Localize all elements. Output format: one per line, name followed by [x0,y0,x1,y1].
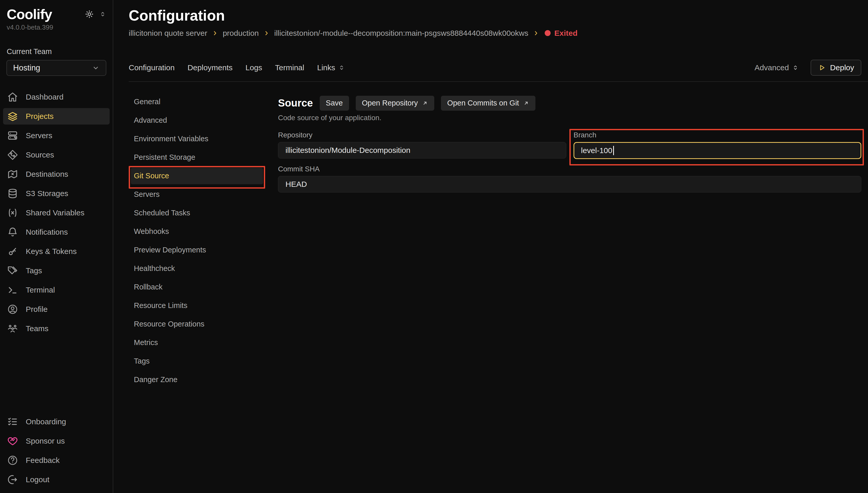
subnav-item-tags[interactable]: Tags [131,353,263,369]
chevron-right-icon [263,30,270,36]
app-logo: Coolify [7,7,52,22]
sidebar-item-logout[interactable]: Logout [3,471,110,488]
configuration-subnav: General Advanced Environment Variables P… [129,94,265,493]
current-team-label: Current Team [7,47,106,56]
sidebar-item-label: Dashboard [26,93,64,101]
breadcrumb-application[interactable]: illicitestonion/-module--decomposition:m… [274,29,528,38]
tab-bar: Configuration Deployments Logs Terminal … [129,60,861,76]
heart-hand-icon [7,436,18,446]
commit-sha-input[interactable] [278,176,861,192]
map-icon [7,169,18,179]
subnav-item-danger-zone[interactable]: Danger Zone [131,371,263,388]
sidebar-item-teams[interactable]: Teams [3,320,110,337]
tab-logs[interactable]: Logs [246,63,262,72]
git-source-panel: Source Save Open Repository Open Commits… [278,94,861,493]
breadcrumb-project[interactable]: illicitonion quote server [129,29,207,38]
open-repository-button[interactable]: Open Repository [356,96,435,111]
subnav-item-advanced[interactable]: Advanced [131,112,263,129]
help-circle-icon [7,455,18,466]
sun-icon[interactable] [85,10,94,19]
sidebar-item-terminal[interactable]: Terminal [3,282,110,298]
commit-sha-label: Commit SHA [278,165,861,173]
status-badge: Exited [545,29,577,38]
subnav-item-git-source[interactable]: Git Source [131,168,263,184]
theme-chevrons-icon[interactable] [99,11,106,18]
subnav-item-scheduled-tasks[interactable]: Scheduled Tasks [131,205,263,221]
subnav-item-resource-operations[interactable]: Resource Operations [131,316,263,333]
sidebar-item-tags[interactable]: Tags [3,262,110,279]
sidebar-item-keys-tokens[interactable]: Keys & Tokens [3,243,110,260]
chevron-right-icon [533,30,539,36]
logout-icon [7,474,18,485]
database-icon [7,188,18,199]
sidebar-footer-nav: Onboarding Sponsor us Feedback Logout [3,413,110,488]
chevron-right-icon [212,30,218,36]
server-icon [7,130,18,141]
subnav-item-preview-deployments[interactable]: Preview Deployments [131,242,263,258]
sidebar-item-sponsor-us[interactable]: Sponsor us [3,433,110,449]
subnav-item-metrics[interactable]: Metrics [131,335,263,351]
subnav-item-healthcheck[interactable]: Healthcheck [131,260,263,277]
sidebar-item-dashboard[interactable]: Dashboard [3,89,110,105]
main-content: Configuration illicitonion quote server … [113,0,868,493]
play-icon [818,64,826,71]
chevrons-up-down-icon [792,64,799,71]
sidebar-item-projects[interactable]: Projects [3,108,110,125]
breadcrumb: illicitonion quote server production ill… [129,29,861,38]
sidebar-item-s3-storages[interactable]: S3 Storages [3,185,110,202]
section-description: Code source of your application. [278,114,861,122]
sidebar-item-shared-variables[interactable]: Shared Variables [3,205,110,221]
sidebar-item-label: Servers [26,131,52,140]
sidebar-item-profile[interactable]: Profile [3,301,110,318]
subnav-item-environment-variables[interactable]: Environment Variables [131,131,263,147]
sidebar-item-onboarding[interactable]: Onboarding [3,413,110,430]
sidebar-item-destinations[interactable]: Destinations [3,166,110,183]
users-icon [7,323,18,334]
text-cursor [613,146,614,155]
deploy-button[interactable]: Deploy [811,60,861,76]
branch-field: Branch level-100 [573,131,861,159]
sidebar-item-label: Keys & Tokens [26,247,77,256]
subnav-item-resource-limits[interactable]: Resource Limits [131,297,263,314]
subnav-item-webhooks[interactable]: Webhooks [131,223,263,240]
commit-sha-field: Commit SHA [278,165,861,192]
terminal-icon [7,284,18,295]
user-circle-icon [7,304,18,315]
repository-input[interactable] [278,142,566,158]
sidebar-item-label: Sponsor us [26,437,65,445]
team-select[interactable]: Hosting [6,60,106,76]
subnav-item-persistent-storage[interactable]: Persistent Storage [131,149,263,166]
sidebar-item-label: Notifications [26,228,68,236]
branch-input[interactable]: level-100 [573,142,861,159]
tags-icon [7,265,18,276]
sidebar-nav: Dashboard Projects Servers Sources Desti… [3,89,110,337]
sidebar-item-notifications[interactable]: Notifications [3,224,110,240]
sidebar-item-label: S3 Storages [26,189,68,198]
status-dot-icon [545,30,551,36]
home-icon [7,92,18,102]
chevron-down-icon [92,64,100,72]
tab-links[interactable]: Links [317,63,345,72]
subnav-item-general[interactable]: General [131,94,263,110]
layers-icon [7,111,18,122]
tab-configuration[interactable]: Configuration [129,63,174,72]
repository-label: Repository [278,131,566,140]
subnav-item-servers[interactable]: Servers [131,186,263,203]
sidebar-item-label: Profile [26,305,48,314]
sidebar-item-feedback[interactable]: Feedback [3,452,110,469]
sidebar-item-servers[interactable]: Servers [3,127,110,144]
tab-deployments[interactable]: Deployments [187,63,232,72]
git-source-icon [7,150,18,160]
save-button[interactable]: Save [320,96,349,111]
subnav-item-rollback[interactable]: Rollback [131,279,263,295]
open-commits-button[interactable]: Open Commits on Git [441,96,535,111]
bell-icon [7,227,18,237]
arrow-up-right-icon [523,100,529,106]
breadcrumb-environment[interactable]: production [223,29,259,38]
section-title: Source [278,97,313,109]
sidebar-item-sources[interactable]: Sources [3,147,110,163]
team-select-value: Hosting [13,63,40,72]
branch-value: level-100 [581,146,612,155]
tab-terminal[interactable]: Terminal [275,63,304,72]
advanced-selector[interactable]: Advanced [755,63,799,72]
